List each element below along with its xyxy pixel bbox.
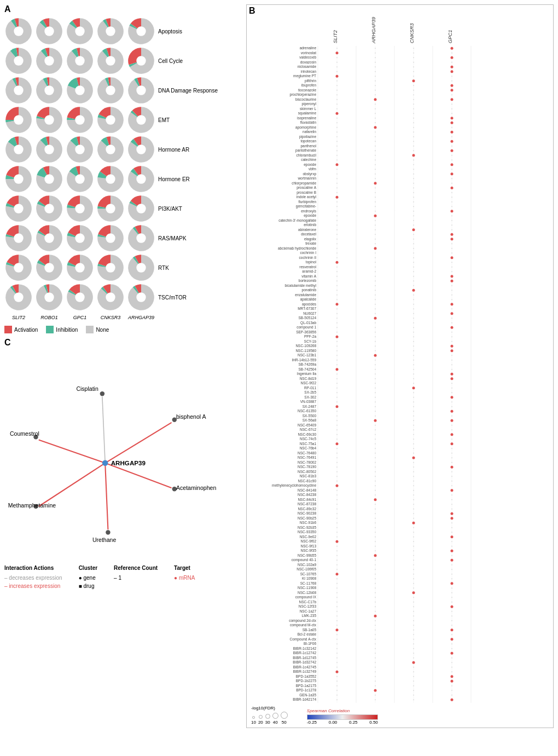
- pie-0-2: [66, 17, 94, 45]
- svg-point-27: [75, 174, 84, 183]
- spearman-ticks: -0.250.000.250.50: [307, 720, 378, 725]
- pie-3-1: [35, 106, 63, 134]
- pie-charts-0: [4, 17, 155, 45]
- svg-point-29: [136, 174, 146, 183]
- panel-a-label: A: [4, 4, 242, 14]
- svg-point-11: [44, 85, 54, 95]
- svg-point-0: [14, 26, 23, 36]
- svg-point-34: [136, 204, 146, 213]
- svg-point-41: [44, 263, 54, 272]
- svg-point-2: [75, 26, 84, 36]
- pie-9-4: [127, 283, 155, 311]
- pie-8-1: [35, 253, 63, 282]
- pie-7-3: [96, 224, 125, 252]
- refcount-legend: Reference Count – 1: [114, 565, 158, 589]
- pie-charts-7: [4, 224, 155, 252]
- spearman-gradient: [307, 714, 378, 720]
- svg-point-44: [136, 263, 146, 272]
- panel-c-label: C: [4, 338, 242, 348]
- svg-point-47: [75, 292, 84, 302]
- svg-line-52: [39, 440, 105, 463]
- x-labels: SLIT2ROBO1GPC1CNKSR3ARHGAP39: [4, 315, 242, 320]
- pie-row-label-3: EMT: [155, 117, 226, 123]
- pie-2-0: [4, 76, 33, 105]
- fdr-dot-40: 40: [272, 713, 278, 725]
- coumestrol-label: Coumestrol: [10, 430, 39, 437]
- pie-row-2: DNA Damage Response: [4, 76, 242, 105]
- svg-point-21: [44, 145, 54, 154]
- pie-6-0: [4, 194, 33, 223]
- pie-6-1: [35, 194, 63, 223]
- svg-point-38: [106, 233, 115, 243]
- x-label-1: ROBO1: [35, 315, 63, 320]
- pie-row-0: Apoptosis: [4, 17, 242, 45]
- svg-line-50: [102, 396, 105, 463]
- svg-point-42: [75, 263, 84, 272]
- pie-row-6: PI3K/AKT: [4, 194, 242, 223]
- svg-point-6: [44, 56, 54, 65]
- pie-row-label-0: Apoptosis: [155, 28, 226, 34]
- panel-b: B -log10(FDR) 10 20 30: [246, 4, 554, 728]
- pie-1-2: [66, 47, 94, 75]
- pie-2-1: [35, 76, 63, 105]
- pie-charts-6: [4, 194, 155, 223]
- svg-point-28: [106, 174, 115, 183]
- pie-row-9: TSC/mTOR: [4, 283, 242, 311]
- target-legend: Target ● mRNA: [174, 565, 195, 589]
- inhibition-label: Inhibition: [56, 327, 78, 333]
- c-legend: Interaction Actions – decreases expressi…: [4, 565, 242, 589]
- pie-6-4: [127, 194, 155, 223]
- pie-7-0: [4, 224, 33, 252]
- svg-point-40: [14, 263, 23, 272]
- svg-line-54: [39, 463, 105, 506]
- svg-point-14: [136, 85, 146, 95]
- svg-point-46: [44, 292, 54, 302]
- pie-grid: ApoptosisCell CycleDNA Damage ResponseEM…: [4, 17, 242, 320]
- pie-row-3: EMT: [4, 106, 242, 134]
- pie-8-2: [66, 253, 94, 282]
- left-column: A ApoptosisCell CycleDNA Damage Response…: [0, 0, 246, 728]
- svg-point-18: [106, 115, 115, 124]
- svg-point-9: [136, 56, 146, 65]
- pie-7-2: [66, 224, 94, 252]
- pie-0-0: [4, 17, 33, 45]
- pie-charts-9: [4, 283, 155, 311]
- refcount-value: – 1: [114, 575, 158, 581]
- svg-point-13: [106, 85, 115, 95]
- pie-charts-1: [4, 47, 155, 75]
- svg-point-8: [106, 56, 115, 65]
- pie-row-label-8: RTK: [155, 265, 226, 271]
- drug-label: ■ drug: [79, 583, 97, 589]
- methamphetamine-label: Methamphetamine: [8, 502, 56, 509]
- pie-row-1: Cell Cycle: [4, 47, 242, 75]
- pie-4-3: [96, 135, 125, 164]
- svg-point-25: [14, 174, 23, 183]
- activation-color: [4, 326, 12, 333]
- legend-none: None: [86, 326, 109, 333]
- center-node-label: ARHGAP39: [111, 459, 146, 466]
- pie-row-label-7: RAS/MAPK: [155, 235, 226, 241]
- dotplot-canvas: [247, 8, 553, 703]
- svg-point-37: [75, 233, 84, 243]
- x-label-2: GPC1: [66, 315, 94, 320]
- fdr-dot-10: 10: [251, 716, 256, 725]
- svg-line-51: [105, 423, 171, 463]
- x-label-0: SLIT2: [4, 315, 33, 320]
- pie-charts-2: [4, 76, 155, 105]
- svg-point-15: [14, 115, 23, 124]
- pie-4-2: [66, 135, 94, 164]
- svg-point-16: [44, 115, 54, 124]
- bisphenol-label: bisphenol A: [176, 413, 207, 420]
- svg-point-3: [106, 26, 115, 36]
- svg-point-32: [75, 204, 84, 213]
- svg-point-39: [136, 233, 146, 243]
- pie-5-0: [4, 165, 33, 193]
- refcount-title: Reference Count: [114, 565, 158, 571]
- interaction-legend: Interaction Actions – decreases expressi…: [4, 565, 62, 589]
- legend-inhibition: Inhibition: [46, 326, 78, 333]
- svg-point-24: [136, 145, 146, 154]
- decreases-label: – decreases expression: [4, 575, 62, 581]
- pie-charts-3: [4, 106, 155, 134]
- pie-7-1: [35, 224, 63, 252]
- svg-point-57: [100, 391, 104, 396]
